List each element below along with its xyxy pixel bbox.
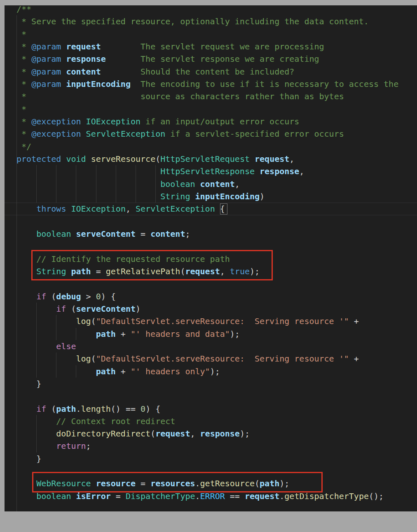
screenshot-frame: /** * Serve the specified resource, opti… bbox=[0, 0, 417, 532]
code-token bbox=[16, 316, 76, 326]
code-token: ServletException bbox=[86, 129, 166, 139]
code-token: log bbox=[76, 354, 91, 364]
code-token: "DefaultServlet.serveResource: Serving r… bbox=[96, 316, 349, 326]
code-line: * @param inputEncoding The encoding to u… bbox=[16, 78, 398, 90]
code-token: } bbox=[16, 454, 41, 464]
code-token: * source as characters rather than as by… bbox=[16, 91, 344, 101]
code-line: log("DefaultServlet.serveResource: Servi… bbox=[16, 352, 398, 365]
code-token: . bbox=[279, 491, 284, 501]
code-token bbox=[86, 154, 91, 164]
code-token: 0 bbox=[96, 292, 101, 301]
code-token: @exception bbox=[31, 117, 81, 126]
code-token: if an input/output error occurs bbox=[141, 117, 299, 126]
code-token: request bbox=[66, 42, 101, 51]
code-token: The servlet response we are creating bbox=[106, 54, 319, 64]
code-line: path + "' headers only"); bbox=[16, 365, 398, 378]
code-token: request bbox=[245, 491, 279, 501]
code-token: * bbox=[16, 79, 31, 89]
code-token bbox=[81, 129, 86, 139]
code-token: /** bbox=[16, 5, 31, 14]
code-token bbox=[16, 354, 76, 364]
code-token bbox=[61, 154, 66, 164]
code-token: (); bbox=[369, 491, 384, 501]
code-token: response bbox=[200, 429, 240, 439]
code-token: ); bbox=[240, 429, 250, 439]
code-token: @exception bbox=[31, 129, 81, 139]
code-token: ( bbox=[150, 429, 155, 439]
code-token: ) { bbox=[145, 404, 160, 414]
code-editor[interactable]: /** * Serve the specified resource, opti… bbox=[5, 5, 417, 511]
code-token: String bbox=[160, 191, 190, 201]
code-token: , bbox=[235, 179, 240, 189]
bracket-match-highlight bbox=[220, 203, 227, 215]
code-token bbox=[190, 191, 195, 201]
code-token bbox=[16, 191, 160, 201]
code-token bbox=[215, 204, 220, 214]
code-token bbox=[16, 166, 160, 176]
code-token: = bbox=[136, 229, 150, 239]
code-token: , bbox=[289, 154, 294, 164]
code-token: throws bbox=[36, 204, 66, 214]
code-token: IOException bbox=[86, 117, 141, 126]
code-token: * bbox=[16, 54, 31, 64]
code-token: ERROR bbox=[200, 491, 225, 501]
code-token bbox=[16, 416, 56, 426]
code-line: log("DefaultServlet.serveResource: Servi… bbox=[16, 315, 398, 327]
code-token: , bbox=[126, 204, 136, 214]
code-token: * Serve the specified resource, optional… bbox=[16, 16, 369, 26]
code-token bbox=[61, 42, 66, 51]
code-token: if bbox=[36, 292, 46, 301]
code-token: boolean bbox=[36, 229, 71, 239]
code-token: if bbox=[56, 304, 66, 314]
code-token: serveContent bbox=[76, 304, 136, 314]
code-token bbox=[61, 54, 66, 64]
code-token: @param bbox=[31, 67, 61, 77]
code-token: content bbox=[150, 229, 185, 239]
code-token: doDirectoryRedirect bbox=[56, 429, 150, 439]
code-token: isError bbox=[76, 491, 111, 501]
code-line: * bbox=[16, 103, 398, 115]
code-line: doDirectoryRedirect(request, response); bbox=[16, 427, 398, 440]
code-token: * bbox=[16, 117, 31, 126]
code-token: HttpServletResponse bbox=[160, 166, 255, 176]
code-token: ( bbox=[46, 292, 56, 301]
code-token: boolean bbox=[160, 179, 195, 189]
code-token bbox=[195, 179, 200, 189]
code-token: * bbox=[16, 129, 31, 139]
code-token: @param bbox=[31, 79, 61, 89]
code-token bbox=[16, 491, 36, 501]
code-token: void bbox=[66, 154, 86, 164]
code-line: * @param request The servlet request we … bbox=[16, 40, 398, 53]
code-line: /** bbox=[16, 5, 398, 15]
code-token: content bbox=[200, 179, 235, 189]
code-token: return bbox=[56, 441, 86, 451]
code-token: ) bbox=[136, 304, 141, 314]
code-token: } bbox=[16, 379, 41, 389]
code-token: serveContent bbox=[76, 229, 136, 239]
code-token: * bbox=[16, 42, 31, 51]
code-token: DispatcherType bbox=[126, 491, 195, 501]
code-token: ( bbox=[46, 404, 56, 414]
code-token: ) { bbox=[101, 292, 116, 301]
code-line: * source as characters rather than as by… bbox=[16, 90, 398, 103]
code-token bbox=[16, 292, 36, 301]
code-token: debug bbox=[56, 292, 81, 301]
code-token bbox=[71, 491, 76, 501]
code-line: } bbox=[16, 378, 398, 390]
code-line: * bbox=[16, 28, 398, 40]
code-line: HttpServletResponse response, bbox=[16, 165, 398, 177]
code-line: else bbox=[16, 340, 398, 352]
code-token: + bbox=[349, 354, 359, 364]
code-token bbox=[16, 366, 96, 376]
code-token: // Context root redirect bbox=[56, 416, 175, 426]
code-token: The encoding to use if it is necessary t… bbox=[131, 79, 398, 89]
code-line bbox=[16, 215, 398, 228]
code-token: inputEncoding bbox=[195, 191, 260, 201]
code-line: String inputEncoding) bbox=[16, 190, 398, 203]
code-token: ServletException bbox=[136, 204, 215, 214]
code-token: content bbox=[66, 67, 101, 77]
code-token: else bbox=[56, 341, 76, 351]
code-token: . bbox=[195, 491, 200, 501]
code-token bbox=[16, 341, 56, 351]
code-token: The servlet request we are processing bbox=[101, 42, 324, 51]
